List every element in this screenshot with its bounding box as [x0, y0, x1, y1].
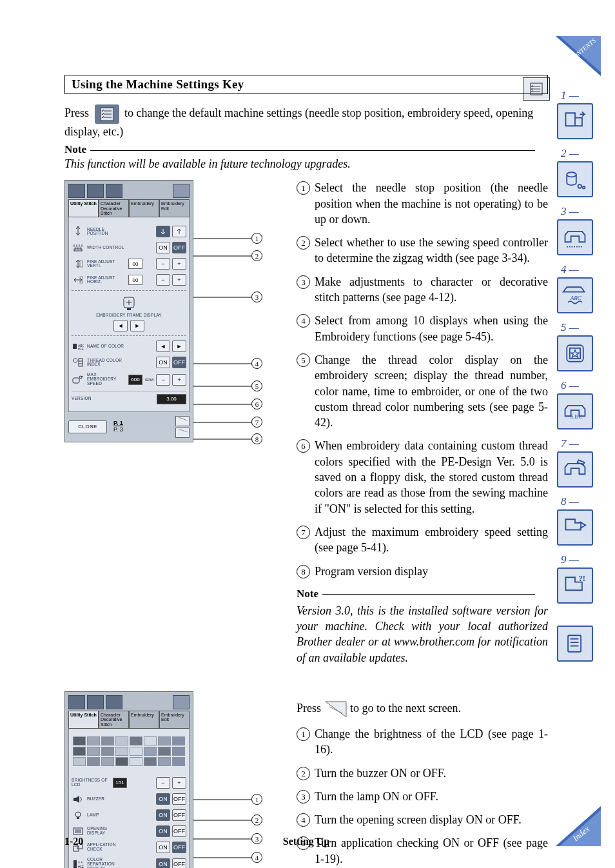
- name-color-icon: ABC#123: [72, 340, 84, 352]
- topicon-3b[interactable]: [106, 695, 122, 709]
- fine-vert-value: 00: [128, 259, 142, 269]
- tab-utility-stitch-b[interactable]: Utility Stitch: [68, 711, 99, 729]
- needle-up-button[interactable]: [172, 226, 186, 237]
- svg-rect-41: [77, 817, 79, 819]
- color-swatches: [72, 733, 186, 773]
- contents-tab[interactable]: CONTENTS: [556, 36, 601, 76]
- sub-note-text: Version 3.0, this is the installed softw…: [297, 603, 548, 666]
- list2-item-4: Turn the opening screen display ON or OF…: [297, 812, 548, 827]
- speed-minus[interactable]: −: [156, 374, 170, 386]
- svg-rect-20: [127, 308, 131, 310]
- topicon-2b[interactable]: [87, 695, 104, 709]
- topicon-3[interactable]: [106, 184, 122, 198]
- nav-ch9[interactable]: 9 — ?!: [557, 567, 593, 604]
- nav-ch3[interactable]: 3 —: [557, 219, 593, 255]
- svg-point-40: [75, 812, 81, 817]
- row-lamp: LAMP ONOFF: [72, 809, 186, 821]
- svg-text:ABC: ABC: [570, 295, 582, 301]
- page-next-1[interactable]: [175, 428, 190, 438]
- brightness-plus[interactable]: +: [172, 777, 186, 789]
- list1-item-6: When embroidery data containing custom t…: [297, 438, 548, 516]
- width-off-button[interactable]: OFF: [172, 242, 186, 253]
- topicon-2[interactable]: [87, 184, 104, 198]
- list1-item-4: Select from among 10 displays when using…: [297, 313, 548, 344]
- row-version: VERSION 3.00: [72, 391, 186, 404]
- nav-ch6[interactable]: 6 — A B C: [557, 393, 593, 429]
- thread-index-on[interactable]: ON: [156, 357, 170, 368]
- needle-down-button[interactable]: [156, 226, 170, 237]
- frame-left[interactable]: ◄: [113, 320, 128, 331]
- close-button-1[interactable]: CLOSE: [68, 420, 107, 433]
- row-needle-position: NEEDLE POSITION: [72, 226, 186, 237]
- tab-char-decorative-b[interactable]: Character Decorative Stitch: [99, 711, 129, 729]
- row-brightness: BRIGHTNESS OF LCD 151 −+: [72, 777, 186, 789]
- nav-ch7[interactable]: 7 —: [557, 451, 593, 488]
- topicon-1b[interactable]: [68, 695, 85, 709]
- tab-embroidery-edit-b[interactable]: Embroidery Edit: [159, 711, 190, 729]
- fine-vert-icon: [72, 258, 84, 270]
- nav-ch5[interactable]: 5 —: [557, 335, 593, 371]
- pager-1: P. 1P. 3: [113, 420, 123, 433]
- svg-text:#123: #123: [78, 347, 84, 351]
- intro-paragraph: Press to change the default machine sett…: [64, 104, 548, 139]
- page-footer: 1-20 Setting Up: [64, 836, 548, 847]
- note-label: Note: [64, 143, 548, 156]
- width-on-button[interactable]: ON: [156, 242, 170, 253]
- tab-utility-stitch[interactable]: Utility Stitch: [68, 199, 99, 217]
- svg-rect-28: [73, 378, 79, 383]
- page-prev-1[interactable]: [175, 416, 190, 426]
- speed-plus[interactable]: +: [172, 374, 186, 386]
- nav-ch2[interactable]: 2 —: [557, 161, 593, 197]
- list2-item-3: Turn the lamp ON or OFF.: [297, 789, 548, 804]
- thread-index-icon: [72, 357, 84, 368]
- frame-icon: [72, 295, 186, 313]
- buzzer-off[interactable]: OFF: [172, 793, 186, 805]
- settings-screen-1: Utility Stitch Character Decorative Stit…: [64, 180, 193, 442]
- topicon-1[interactable]: [68, 184, 85, 198]
- svg-rect-46: [73, 860, 77, 868]
- list1-item-3: Make adjustments to character or decorat…: [297, 274, 548, 306]
- colorsep-off[interactable]: OFF: [172, 858, 186, 868]
- svg-marker-39: [76, 796, 79, 803]
- buzzer-on[interactable]: ON: [156, 793, 170, 805]
- list1-item-2: Select whether to use the sewing speed c…: [297, 235, 548, 266]
- tab-embroidery-edit[interactable]: Embroidery Edit: [159, 199, 190, 217]
- colorsep-on[interactable]: ON: [156, 858, 170, 868]
- index-tab[interactable]: Index: [556, 806, 601, 846]
- width-icon: [72, 242, 84, 253]
- nav-ch8[interactable]: 8 —: [557, 509, 593, 546]
- list2-item-2: Turn the buzzer ON or OFF.: [297, 765, 548, 781]
- thread-index-off[interactable]: OFF: [172, 357, 186, 368]
- topicon-settings[interactable]: [173, 184, 190, 198]
- max-speed-value: 600: [128, 375, 142, 385]
- nav-appendix[interactable]: [557, 626, 593, 662]
- row-max-speed: MAX EMBROIDERY SPEED 600 SPM −+: [72, 373, 186, 386]
- brightness-minus[interactable]: −: [156, 777, 170, 789]
- fine-vert-minus[interactable]: −: [156, 258, 170, 270]
- row-name-of-color: ABC#123 NAME OF COLOR ◄►: [72, 340, 186, 352]
- svg-rect-21: [73, 344, 77, 349]
- tab-char-decorative[interactable]: Character Decorative Stitch: [99, 199, 129, 217]
- svg-point-24: [73, 359, 77, 362]
- list2-item-1: Change the brightness of the LCD (see pa…: [297, 726, 548, 758]
- lamp-on[interactable]: ON: [156, 809, 170, 821]
- row-fine-vert: FINE ADJUST VERTI. 00 −+: [72, 258, 186, 270]
- tab-embroidery-b[interactable]: Embroidery: [129, 711, 159, 729]
- fine-horiz-minus[interactable]: −: [156, 274, 170, 286]
- name-color-left[interactable]: ◄: [156, 340, 170, 352]
- fine-vert-plus[interactable]: +: [172, 258, 186, 270]
- frame-right[interactable]: ►: [130, 320, 144, 331]
- lamp-icon: [72, 809, 84, 821]
- nav-ch1[interactable]: 1 —: [557, 103, 593, 139]
- row-buzzer: BUZZER ONOFF: [72, 793, 186, 805]
- footer-page: 1-20: [64, 836, 83, 847]
- lamp-off[interactable]: OFF: [172, 809, 186, 821]
- brightness-value: 151: [113, 778, 127, 788]
- name-color-right[interactable]: ►: [172, 340, 186, 352]
- topicon-settings-b[interactable]: [173, 695, 190, 709]
- tab-embroidery[interactable]: Embroidery: [129, 199, 159, 217]
- colorsep-icon: × ×#123: [72, 858, 84, 868]
- next-page-icon: [324, 700, 347, 718]
- nav-ch4[interactable]: 4 — ABC: [557, 277, 593, 313]
- fine-horiz-plus[interactable]: +: [172, 274, 186, 286]
